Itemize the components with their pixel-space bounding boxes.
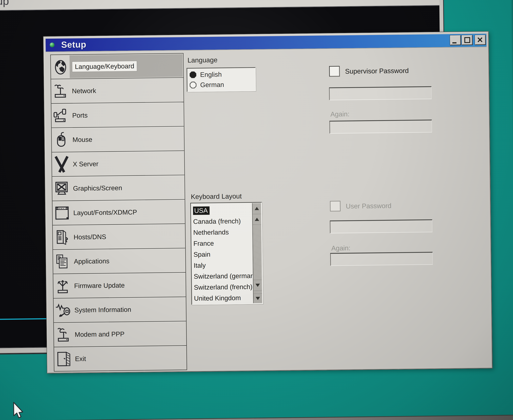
sidebar-item-ports[interactable]: Ports <box>51 102 184 128</box>
mouse-cursor <box>12 402 24 420</box>
keyboard-item-switzerland-german[interactable]: Switzerland (german) <box>194 270 253 282</box>
sidebar-item-label: Applications <box>74 257 109 265</box>
radio-inner <box>190 72 196 78</box>
sysinfo-key-icon <box>54 299 72 322</box>
sidebar-item-label: Ports <box>72 112 88 119</box>
supervisor-password-label: Supervisor Password <box>345 67 409 75</box>
background-window-title: tup <box>0 0 9 8</box>
network-icon <box>52 80 70 103</box>
window-controls <box>450 35 486 45</box>
window-content: Language/KeyboardNetworkPortsMouseX Serv… <box>46 46 490 371</box>
keyboard-item-spain[interactable]: Spain <box>193 248 252 260</box>
language-box: EnglishGerman <box>187 67 256 92</box>
setup-window: Setup Language/KeyboardNetworkPortsMouse… <box>43 31 493 374</box>
scroll-up-button[interactable] <box>253 203 261 214</box>
sidebar-item-layout-fonts-xdmcp[interactable]: Layout/Fonts/XDMCP <box>53 199 185 225</box>
window-title: Setup <box>61 39 86 50</box>
sidebar-item-label: Mouse <box>72 136 92 143</box>
mouse-icon <box>53 129 70 151</box>
exit-door-icon <box>55 348 73 370</box>
keyboard-item-canada-french[interactable]: Canada (french) <box>193 215 252 227</box>
sidebar-item-label: Graphics/Screen <box>73 184 122 192</box>
language-option-german[interactable]: German <box>187 79 255 90</box>
scroll-elevator-up[interactable] <box>253 214 261 225</box>
user-again-label: Again: <box>331 244 350 252</box>
sidebar: Language/KeyboardNetworkPortsMouseX Serv… <box>50 53 187 372</box>
supervisor-again-label: Again: <box>330 110 349 118</box>
update-arrows-icon <box>54 275 72 297</box>
user-password-label: User Password <box>346 202 391 210</box>
documents-icon <box>54 250 72 273</box>
window-menu-icon[interactable] <box>50 43 54 47</box>
arrow-up-icon <box>255 207 259 210</box>
xserver-icon <box>53 153 70 175</box>
supervisor-password-again-field <box>329 120 432 134</box>
monitor-icon <box>53 177 71 200</box>
sidebar-item-label: Modem and PPP <box>75 330 125 338</box>
supervisor-password-checkbox[interactable] <box>329 66 340 77</box>
sidebar-item-label: Exit <box>75 355 86 363</box>
keyboard-item-united-kingdom[interactable]: United Kingdom <box>194 292 253 304</box>
sidebar-item-x-server[interactable]: X Server <box>52 150 184 176</box>
arrow-up-icon <box>255 218 259 221</box>
keyboard-item-italy[interactable]: Italy <box>194 259 253 271</box>
keyboard-list: USACanada (french)NetherlandsFranceSpain… <box>191 204 253 304</box>
scrollbar-track-end[interactable] <box>253 291 262 293</box>
keyboard-layout-box: USACanada (french)NetherlandsFranceSpain… <box>190 202 263 305</box>
close-icon <box>477 37 483 43</box>
sidebar-item-graphics-screen[interactable]: Graphics/Screen <box>52 175 185 201</box>
background-window-titlebar: tup <box>0 0 439 11</box>
language-option-label: German <box>200 81 224 89</box>
sidebar-item-language-keyboard[interactable]: Language/Keyboard <box>51 53 183 79</box>
language-option-english[interactable]: English <box>187 69 255 80</box>
maximize-icon <box>464 37 470 43</box>
sidebar-item-label: Hosts/DNS <box>74 233 106 241</box>
scrollbar-track[interactable] <box>253 224 262 280</box>
sidebar-item-network[interactable]: Network <box>51 77 183 103</box>
modem-icon <box>55 323 73 346</box>
keyboard-item-usa[interactable]: USA <box>193 204 252 216</box>
arrow-down-icon <box>256 284 260 287</box>
radio-selected-icon[interactable] <box>190 71 196 78</box>
scroll-down-button[interactable] <box>254 293 262 303</box>
sidebar-item-mouse[interactable]: Mouse <box>52 126 184 152</box>
language-option-label: English <box>200 71 222 78</box>
user-password-field <box>330 219 432 233</box>
window-frame-icon <box>53 202 71 224</box>
globe-icon <box>52 56 69 78</box>
radio-unselected-icon[interactable] <box>190 82 196 89</box>
scroll-elevator-down[interactable] <box>253 280 262 291</box>
photographed-screen: tup Setup Language/KeyboardNetworkPortsM… <box>0 0 513 420</box>
sidebar-item-label: System Information <box>74 306 131 314</box>
sidebar-item-label: Language/Keyboard <box>72 61 137 72</box>
keyboard-layout-label: Keyboard Layout <box>191 192 242 201</box>
close-button[interactable] <box>475 35 486 45</box>
ports-icon <box>52 104 70 127</box>
user-password-again-field <box>330 252 433 266</box>
keyboard-scrollbar[interactable] <box>252 203 262 303</box>
sidebar-item-label: Network <box>72 87 96 95</box>
minimize-button[interactable] <box>450 35 461 45</box>
sidebar-item-modem-and-ppp[interactable]: Modem and PPP <box>54 321 186 347</box>
keyboard-item-france[interactable]: France <box>193 237 252 249</box>
maximize-button[interactable] <box>462 35 472 45</box>
sidebar-item-hosts-dns[interactable]: Hosts/DNS <box>53 224 185 249</box>
sidebar-item-label: Layout/Fonts/XDMCP <box>73 208 137 217</box>
sidebar-item-label: Firmware Update <box>74 282 125 290</box>
sidebar-item-applications[interactable]: Applications <box>53 248 185 274</box>
minimize-icon <box>452 42 456 44</box>
selected-keyboard-item: USA <box>193 206 210 215</box>
sidebar-item-system-information[interactable]: System Information <box>53 297 186 322</box>
sidebar-item-label: X Server <box>73 160 98 168</box>
sidebar-item-exit[interactable]: Exit <box>54 345 187 371</box>
user-password-checkbox[interactable] <box>330 201 341 211</box>
sidebar-item-firmware-update[interactable]: Firmware Update <box>53 272 186 298</box>
keyboard-item-switzerland-french[interactable]: Switzerland (french) <box>194 281 253 293</box>
radio-inner <box>190 82 196 88</box>
arrow-down-icon <box>256 297 260 300</box>
supervisor-password-field[interactable] <box>329 86 432 100</box>
keyboard-item-netherlands[interactable]: Netherlands <box>193 226 252 238</box>
language-group-label: Language <box>188 56 218 64</box>
host-computer-icon <box>53 226 71 248</box>
